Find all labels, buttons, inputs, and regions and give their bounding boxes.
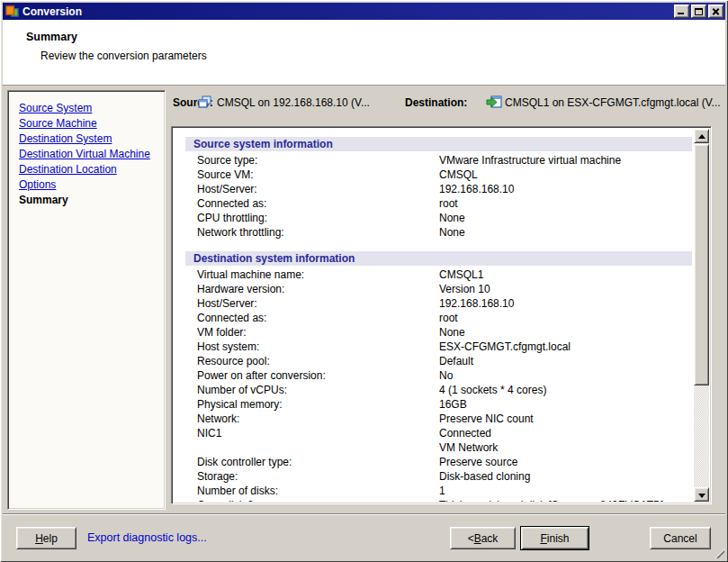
vertical-scrollbar[interactable] bbox=[694, 129, 709, 502]
page-subtitle: Review the conversion parameters bbox=[40, 50, 207, 62]
summary-row: Hardware version:Version 10 bbox=[174, 282, 692, 296]
summary-row: Disk controller type:Preserve source bbox=[174, 455, 692, 469]
arrow-down-icon bbox=[698, 494, 706, 498]
source-value: CMSQL on 192.168.168.10 (V... bbox=[217, 96, 370, 109]
row-value: 16GB bbox=[439, 397, 692, 412]
scroll-up-button[interactable] bbox=[694, 129, 709, 143]
row-value: Default bbox=[439, 354, 692, 368]
summary-section: Source system informationSource type:VMw… bbox=[174, 137, 692, 240]
row-label: Virtual machine name: bbox=[197, 267, 439, 282]
row-label: CPU throttling: bbox=[197, 211, 439, 225]
summary-section: Destination system informationVirtual ma… bbox=[174, 251, 692, 502]
row-label: Resource pool: bbox=[197, 354, 439, 368]
row-label: VM folder: bbox=[197, 325, 439, 340]
row-label: Source type: bbox=[197, 153, 439, 168]
row-value: ESX-CFGMGT.cfgmgt.local bbox=[439, 340, 692, 354]
source-destination-banner: Source: CMSQL on 192.168.168.10 (V... De… bbox=[3, 90, 725, 124]
section-header: Destination system information bbox=[185, 251, 692, 266]
sidebar-item-options[interactable]: Options bbox=[19, 177, 165, 193]
row-label: Number of vCPUs: bbox=[197, 383, 439, 397]
row-label: Host/Server: bbox=[197, 182, 439, 196]
destination-vm-icon bbox=[486, 95, 502, 110]
summary-row: VM Network bbox=[174, 440, 692, 455]
section-header: Source system information bbox=[185, 137, 692, 151]
summary-row: Host/Server:192.168.168.10 bbox=[174, 296, 692, 311]
row-value: Version 10 bbox=[439, 282, 692, 296]
titlebar: Conversion bbox=[3, 3, 725, 20]
row-label: Storage: bbox=[197, 469, 439, 484]
sidebar-item-destination-system[interactable]: Destination System bbox=[19, 131, 165, 147]
row-value: 192.168.168.10 bbox=[439, 296, 692, 311]
sidebar-item-destination-location[interactable]: Destination Location bbox=[19, 162, 165, 177]
row-value: root bbox=[439, 196, 692, 211]
row-label: Host system: bbox=[197, 340, 439, 354]
row-label: Network: bbox=[197, 412, 439, 426]
row-label: Connected as: bbox=[197, 311, 439, 325]
row-value: VM Network bbox=[439, 440, 692, 455]
row-label bbox=[197, 440, 439, 455]
row-label: Power on after conversion: bbox=[197, 368, 439, 383]
wizard-steps: Source SystemSource MachineDestination S… bbox=[7, 90, 166, 510]
cancel-button[interactable]: Cancel bbox=[650, 527, 711, 549]
row-label: Hardware version: bbox=[197, 282, 439, 296]
close-button[interactable] bbox=[708, 5, 724, 18]
summary-row: Network:Preserve NIC count bbox=[174, 412, 692, 426]
row-value: CMSQL1 bbox=[439, 267, 692, 282]
summary-row: Host system:ESX-CFGMGT.cfgmgt.local bbox=[174, 340, 692, 354]
summary-row: Resource pool:Default bbox=[174, 354, 692, 368]
help-button[interactable]: Help bbox=[16, 527, 76, 549]
export-diagnostic-logs-link[interactable]: Export diagnostic logs... bbox=[87, 531, 207, 544]
source-vm-icon bbox=[197, 95, 212, 110]
row-label: Disk controller type: bbox=[197, 455, 439, 469]
row-value: No bbox=[439, 368, 692, 383]
summary-row: Source type:VMware Infrastructure virtua… bbox=[174, 153, 692, 168]
vmware-converter-app-icon[interactable] bbox=[5, 5, 19, 18]
summary-row: Host/Server:192.168.168.10 bbox=[174, 182, 692, 196]
minimize-icon bbox=[678, 13, 684, 14]
row-label: NIC1 bbox=[197, 426, 439, 440]
row-label: Network throttling: bbox=[197, 225, 439, 240]
summary-panel: Source system informationSource type:VMw… bbox=[171, 126, 712, 504]
row-value: 4 (1 sockets * 4 cores) bbox=[439, 383, 692, 397]
wizard-header: Summary Review the conversion parameters bbox=[3, 20, 725, 86]
row-value: None bbox=[439, 325, 692, 340]
footer-separator bbox=[3, 513, 725, 515]
row-value: VMware Infrastructure virtual machine bbox=[439, 153, 692, 168]
minimize-button[interactable] bbox=[674, 5, 689, 18]
finish-button[interactable]: Finish bbox=[520, 526, 589, 550]
summary-row: Connected as:root bbox=[174, 196, 692, 211]
close-icon bbox=[709, 5, 723, 17]
row-value: 1 bbox=[439, 484, 692, 498]
row-value: Disk-based cloning bbox=[439, 469, 692, 484]
summary-row: Physical memory:16GB bbox=[174, 397, 692, 412]
summary-row: Number of vCPUs:4 (1 sockets * 4 cores) bbox=[174, 383, 692, 397]
row-label: Copy disk 0: bbox=[197, 498, 439, 502]
row-value: CMSQL bbox=[439, 168, 692, 182]
scrollbar-thumb[interactable] bbox=[694, 144, 709, 385]
maximize-button[interactable] bbox=[691, 5, 706, 18]
row-label: Host/Server: bbox=[197, 296, 439, 311]
back-button[interactable]: < Back bbox=[450, 527, 516, 549]
row-label: Physical memory: bbox=[197, 397, 439, 412]
destination-label: Destination: bbox=[405, 96, 467, 109]
row-label: Connected as: bbox=[197, 196, 439, 211]
row-value: 192.168.168.10 bbox=[439, 182, 692, 196]
scroll-down-button[interactable] bbox=[694, 487, 709, 502]
summary-row: NIC1Connected bbox=[174, 426, 692, 440]
row-label: Source VM: bbox=[197, 168, 439, 182]
page-title: Summary bbox=[26, 31, 77, 43]
destination-value: CMSQL1 on ESX-CFGMGT.cfgmgt.local (V... bbox=[505, 96, 721, 109]
summary-row: Copy disk 0:Thick provisioned disk [Sams… bbox=[174, 498, 692, 502]
sidebar-item-summary: Summary bbox=[19, 193, 165, 208]
sidebar-item-destination-virtual-machine[interactable]: Destination Virtual Machine bbox=[19, 147, 165, 162]
arrow-up-icon bbox=[698, 134, 706, 139]
resize-grip[interactable] bbox=[713, 547, 724, 558]
row-label: Number of disks: bbox=[197, 484, 439, 498]
summary-sections: Source system informationSource type:VMw… bbox=[174, 129, 692, 502]
summary-row: Number of disks:1 bbox=[174, 484, 692, 498]
maximize-icon bbox=[695, 8, 703, 15]
row-value: root bbox=[439, 311, 692, 325]
summary-row: Power on after conversion:No bbox=[174, 368, 692, 383]
summary-row: Virtual machine name:CMSQL1 bbox=[174, 267, 692, 282]
row-value: None bbox=[439, 211, 692, 225]
